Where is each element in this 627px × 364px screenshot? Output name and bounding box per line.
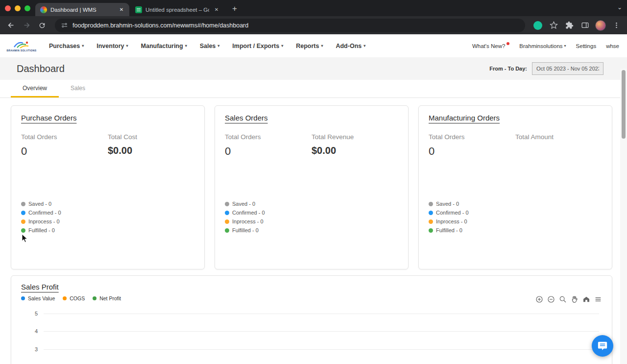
card-title: Sales Orders — [225, 114, 268, 122]
tab-sales[interactable]: Sales — [59, 80, 97, 97]
extensions-icon[interactable] — [562, 19, 576, 32]
card-title: Manufacturing Orders — [429, 114, 500, 122]
tab-overview[interactable]: Overview — [11, 80, 59, 97]
back-arrow-icon — [7, 21, 15, 29]
reset-home-icon[interactable] — [582, 295, 590, 303]
notification-dot — [506, 42, 509, 45]
tab-close-icon[interactable]: ✕ — [213, 6, 220, 14]
chevron-down-icon: ▾ — [217, 44, 219, 48]
menu-manufacturing[interactable]: Manufacturing▾ — [141, 43, 187, 49]
card-metrics: Total Orders 0 Total Cost $0.00 — [21, 133, 194, 158]
settings-link[interactable]: Settings — [576, 43, 597, 49]
browser-tab-spreadsheet[interactable]: Untitled spreadsheet – Goog ✕ — [130, 3, 224, 16]
legend-item-fulfilled[interactable]: Fulfilled - 0 — [225, 227, 398, 233]
sales-orders-card: Sales Orders Total Orders 0 Total Revenu… — [215, 105, 409, 269]
legend-item-confirmed[interactable]: Confirmed - 0 — [21, 210, 194, 216]
forward-button[interactable] — [20, 19, 33, 32]
new-tab-button[interactable]: + — [228, 2, 241, 15]
legend-dot — [93, 296, 96, 300]
minimize-window-button[interactable] — [15, 5, 21, 11]
menu-sales[interactable]: Sales▾ — [200, 43, 220, 49]
legend-item-fulfilled[interactable]: Fulfilled - 0 — [429, 227, 602, 233]
grammarly-extension-icon[interactable] — [531, 19, 545, 32]
brand-text: BRAHMIN SOLUTIONS — [7, 49, 37, 52]
zoom-in-icon[interactable] — [535, 295, 543, 303]
zoom-out-icon[interactable] — [547, 295, 555, 303]
purchase-orders-card: Purchase Orders Total Orders 0 Total Cos… — [11, 105, 205, 269]
card-title: Purchase Orders — [21, 114, 76, 122]
profile-avatar[interactable] — [594, 19, 607, 32]
sales-profit-chart[interactable]: 5 4 3 2 — [21, 310, 602, 364]
chevron-down-icon: ▾ — [321, 44, 323, 48]
brahmin-logo[interactable]: BRAHMIN SOLUTIONS — [8, 40, 35, 52]
legend-item-saved[interactable]: Saved - 0 — [429, 201, 602, 207]
metric-value: $0.00 — [108, 145, 194, 156]
y-axis-tick: 4 — [21, 328, 38, 334]
legend-label: Sales Value — [28, 295, 55, 301]
browser-tab-dashboard[interactable]: Dashboard | WMS ✕ — [35, 3, 129, 16]
legend-item-net-profit[interactable]: Net Profit — [93, 295, 121, 301]
legend-dot — [225, 211, 229, 215]
date-filter: From - To Day: — [489, 62, 610, 75]
menu-label: Manufacturing — [141, 43, 183, 49]
whats-new-link[interactable]: What's New? — [472, 43, 509, 49]
reload-button[interactable] — [35, 19, 49, 32]
gridline-row: 4 — [21, 328, 599, 335]
legend-item-saved[interactable]: Saved - 0 — [21, 201, 194, 207]
legend-item-confirmed[interactable]: Confirmed - 0 — [225, 210, 398, 216]
legend-dot — [429, 202, 433, 206]
legend-item-fulfilled[interactable]: Fulfilled - 0 — [21, 227, 194, 233]
legend-label: Inprocess - 0 — [436, 218, 467, 224]
scrollbar-thumb[interactable] — [622, 70, 626, 139]
legend-label: Confirmed - 0 — [436, 210, 469, 216]
chart-header: Sales Value COGS Net Profit — [21, 295, 602, 303]
chart-toolbar — [535, 295, 602, 303]
legend-item-saved[interactable]: Saved - 0 — [225, 201, 398, 207]
metric-value: 0 — [21, 145, 108, 158]
legend-label: COGS — [70, 295, 85, 301]
legend-dot — [225, 228, 229, 233]
warehouse-selector[interactable]: whse — [606, 43, 619, 49]
gridline — [44, 314, 599, 314]
tab-search-chevron-icon[interactable]: ⌄ — [617, 4, 622, 11]
status-legend: Saved - 0 Confirmed - 0 Inprocess - 0 Fu… — [21, 201, 194, 233]
sheets-favicon — [135, 6, 142, 13]
browser-menu-kebab-icon[interactable] — [609, 19, 623, 32]
menu-reports[interactable]: Reports▾ — [296, 43, 323, 49]
menu-import-exports[interactable]: Import / Exports▾ — [232, 43, 283, 49]
metric-value: 0 — [429, 145, 515, 158]
menu-inventory[interactable]: Inventory▾ — [96, 43, 128, 49]
close-window-button[interactable] — [5, 5, 11, 11]
tab-close-icon[interactable]: ✕ — [118, 6, 125, 14]
forward-arrow-icon — [23, 21, 31, 29]
maximize-window-button[interactable] — [24, 5, 30, 11]
date-range-input[interactable] — [532, 62, 603, 75]
pan-icon[interactable] — [571, 295, 579, 303]
intercom-chat-launcher[interactable] — [592, 335, 613, 357]
address-bar[interactable]: foodproddem.brahmin-solutions.com/newwms… — [55, 19, 525, 32]
site-info-icon[interactable] — [61, 22, 68, 29]
legend-item-sales-value[interactable]: Sales Value — [21, 295, 55, 301]
menu-purchases[interactable]: Purchases▾ — [49, 43, 84, 49]
chevron-down-icon: ▾ — [281, 44, 283, 48]
chart-menu-icon[interactable] — [594, 295, 602, 303]
scrollbar-track[interactable] — [620, 69, 627, 364]
account-label: Brahminsolutions — [519, 43, 562, 49]
menu-add-ons[interactable]: Add-Ons▾ — [336, 43, 365, 49]
legend-item-inprocess[interactable]: Inprocess - 0 — [21, 218, 194, 224]
y-axis-tick: 3 — [21, 346, 38, 352]
legend-item-cogs[interactable]: COGS — [63, 295, 85, 301]
side-panel-icon[interactable] — [578, 19, 592, 32]
card-title: Sales Profit — [21, 283, 59, 291]
legend-item-inprocess[interactable]: Inprocess - 0 — [429, 218, 602, 224]
browser-toolbar: foodproddem.brahmin-solutions.com/newwms… — [0, 16, 627, 34]
account-menu[interactable]: Brahminsolutions▾ — [519, 43, 566, 49]
chevron-down-icon: ▾ — [185, 44, 187, 48]
back-button[interactable] — [4, 19, 18, 32]
selection-zoom-icon[interactable] — [559, 295, 567, 303]
legend-item-confirmed[interactable]: Confirmed - 0 — [429, 210, 602, 216]
gridline — [44, 331, 599, 332]
bookmark-star-icon[interactable] — [547, 19, 560, 32]
legend-label: Confirmed - 0 — [28, 210, 61, 216]
legend-item-inprocess[interactable]: Inprocess - 0 — [225, 218, 398, 224]
